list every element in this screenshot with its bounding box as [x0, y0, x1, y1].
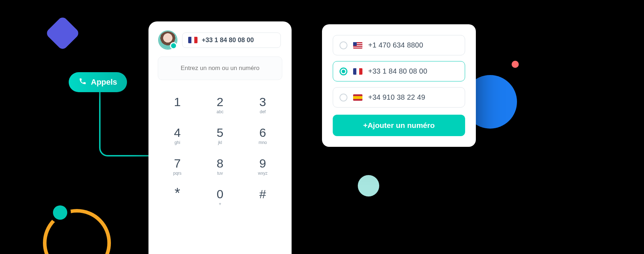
number-option[interactable]: +33 1 84 80 08 00	[333, 61, 465, 81]
dialpad-key-8[interactable]: 8tuv	[200, 157, 239, 176]
dialpad-key-digit: 2	[217, 96, 224, 108]
phone-icon	[79, 77, 87, 87]
dialpad-key-digit: 9	[259, 157, 266, 169]
number-option[interactable]: +34 910 38 22 49	[333, 87, 465, 108]
dialpad-key-digit: #	[259, 188, 266, 200]
avatar[interactable]	[159, 31, 176, 49]
number-option-text: +34 910 38 22 49	[368, 93, 425, 101]
radio-icon	[340, 68, 347, 75]
dialpad: 12abc3def4ghi5jkl6mno7pqrs8tuv9wxyz*0+#	[158, 96, 282, 206]
decorative-circle-teal-light	[358, 175, 379, 196]
dialpad-key-digit: 5	[217, 126, 224, 139]
dialpad-key-letters: ghi	[175, 140, 180, 145]
current-number-pill[interactable]: +33 1 84 80 08 00	[182, 33, 281, 48]
add-number-button[interactable]: +Ajouter un numéro	[333, 115, 465, 136]
dialpad-key-star[interactable]: *	[158, 188, 197, 206]
dialpad-key-digit: 1	[174, 96, 181, 108]
radio-icon	[340, 94, 347, 101]
dialpad-key-letters: +	[219, 201, 221, 206]
flag-us-icon	[353, 42, 362, 49]
flag-france-icon	[188, 37, 197, 43]
dialpad-key-letters: def	[260, 109, 266, 114]
dialpad-key-5[interactable]: 5jkl	[200, 126, 239, 145]
number-option[interactable]: +1 470 634 8800	[333, 35, 465, 55]
dialer-header: +33 1 84 80 08 00	[158, 31, 282, 56]
dialpad-key-digit: 4	[174, 126, 181, 139]
dialpad-key-digit: 6	[259, 126, 266, 139]
dialpad-key-letters: wxyz	[258, 171, 268, 176]
dialpad-key-3[interactable]: 3def	[243, 96, 282, 114]
dialpad-key-digit: *	[175, 188, 180, 198]
current-number-text: +33 1 84 80 08 00	[202, 36, 254, 44]
dialpad-key-digit: 7	[174, 157, 181, 169]
dialpad-key-letters: tuv	[217, 171, 223, 176]
dialpad-key-letters: jkl	[218, 140, 222, 145]
radio-icon	[340, 41, 347, 49]
dialpad-key-4[interactable]: 4ghi	[158, 126, 197, 145]
flag-es-icon	[353, 94, 362, 101]
decorative-dot-red	[512, 61, 519, 68]
dialer-panel: +33 1 84 80 08 00 12abc3def4ghi5jkl6mno7…	[148, 21, 292, 254]
dialpad-key-digit: 0	[217, 188, 224, 200]
dialpad-key-0[interactable]: 0+	[200, 188, 239, 206]
dialpad-key-2[interactable]: 2abc	[200, 96, 239, 114]
decorative-diamond	[45, 16, 80, 51]
search-input[interactable]	[158, 56, 282, 80]
number-option-text: +1 470 634 8800	[368, 41, 423, 49]
calls-badge[interactable]: Appels	[69, 72, 127, 92]
dialpad-key-letters: abc	[216, 109, 223, 114]
dialpad-key-digit: 8	[217, 157, 224, 169]
connector-line	[99, 92, 149, 156]
numbers-card: +1 470 634 8800+33 1 84 80 08 00+34 910 …	[322, 24, 476, 147]
flag-fr-icon	[353, 68, 362, 75]
dialpad-key-1[interactable]: 1	[158, 96, 197, 114]
dialpad-key-hash[interactable]: #	[243, 188, 282, 206]
dialpad-key-9[interactable]: 9wxyz	[243, 157, 282, 176]
number-option-text: +33 1 84 80 08 00	[368, 67, 427, 75]
dialpad-key-letters: pqrs	[173, 171, 181, 176]
dialpad-key-6[interactable]: 6mno	[243, 126, 282, 145]
decorative-ring-orange	[43, 209, 111, 254]
dialpad-key-7[interactable]: 7pqrs	[158, 157, 197, 176]
decorative-dot-teal	[53, 205, 67, 220]
dialpad-key-letters: mno	[259, 140, 267, 145]
calls-badge-label: Appels	[91, 78, 117, 87]
dialpad-key-digit: 3	[259, 96, 266, 108]
